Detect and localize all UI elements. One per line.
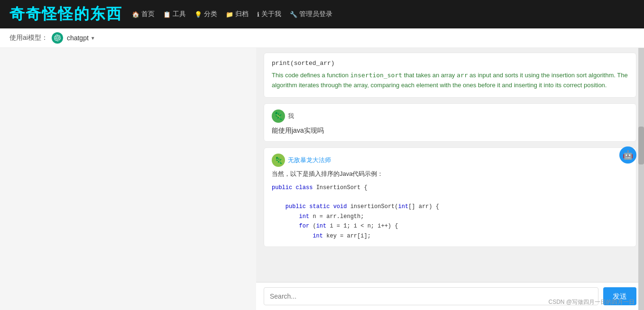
code-line-2 [272, 192, 628, 202]
nav-about-label: 关于我 [261, 10, 281, 18]
chatgpt-model-selector[interactable]: chatgpt ▼ [67, 34, 95, 42]
nav-archive[interactable]: 📁 归档 [226, 10, 248, 18]
nav-categories-label: 分类 [204, 10, 217, 18]
nav-admin-label: 管理员登录 [299, 10, 332, 18]
model-name: chatgpt [67, 34, 89, 42]
nav-categories[interactable]: 💡 分类 [194, 10, 217, 18]
main-nav: 🏠 首页 📋 工具 💡 分类 📁 归档 ℹ 关于我 🔧 管理员登录 [132, 10, 332, 18]
chat-panel: print(sorted_arr) This code defines a fu… [256, 48, 644, 310]
scrollbar-thumb[interactable] [638, 127, 644, 164]
nav-admin[interactable]: 🔧 管理员登录 [290, 10, 332, 18]
user-msg-header: 🦎 我 [272, 109, 628, 123]
main-layout: print(sorted_arr) This code defines a fu… [0, 48, 644, 310]
chat-bot-float-icon[interactable]: 🤖 [619, 146, 636, 164]
header: 奇奇怪怪的东西 🏠 首页 📋 工具 💡 分类 📁 归档 ℹ 关于我 🔧 管理员登… [0, 0, 644, 28]
ai-model-bar: 使用ai模型： chatgpt ▼ [0, 28, 644, 48]
user-message-content: 能使用java实现吗 [272, 126, 628, 136]
site-title: 奇奇怪怪的东西 [9, 4, 122, 25]
bot-avatar-icon: 🦎 [275, 156, 283, 164]
chevron-down-icon: ▼ [91, 36, 95, 41]
code-line-print: print(sorted_arr) [272, 60, 628, 67]
code-description-block: print(sorted_arr) This code defines a fu… [264, 53, 636, 98]
bot-msg-header: 🦎 无敌暴龙大法师 [272, 154, 628, 167]
user-avatar: 🦎 [272, 109, 285, 123]
scrollbar[interactable] [638, 48, 644, 310]
code-line-6: int key = arr[i]; [272, 231, 628, 241]
chat-messages: print(sorted_arr) This code defines a fu… [256, 48, 644, 282]
user-message-box: 🦎 我 能使用java实现吗 [264, 103, 636, 142]
description-text: This code defines a function insertion_s… [272, 71, 628, 91]
left-panel [0, 48, 256, 310]
code-line-5: for (int i = 1; i < n; i++) { [272, 221, 628, 231]
code-line-1: public class InsertionSort { [272, 183, 628, 192]
bot-author-label: 无敌暴龙大法师 [288, 156, 331, 164]
nav-tools[interactable]: 📋 工具 [163, 10, 186, 18]
nav-tools-label: 工具 [173, 10, 186, 18]
user-author-label: 我 [288, 112, 294, 120]
nav-about[interactable]: ℹ 关于我 [257, 10, 281, 18]
home-icon: 🏠 [132, 11, 139, 18]
footer-credit: CSDN @写做四月一日的四月一日 [548, 298, 635, 306]
bot-avatar: 🦎 [272, 154, 285, 167]
archive-icon: 📁 [226, 11, 233, 18]
java-code-block: public class InsertionSort { public stat… [272, 183, 628, 241]
about-icon: ℹ [257, 11, 259, 18]
bot-intro-text: 当然，以下是插入排序的Java代码示例： [272, 170, 628, 178]
ai-model-label: 使用ai模型： [9, 34, 48, 42]
user-avatar-icon: 🦎 [274, 111, 283, 120]
admin-icon: 🔧 [290, 11, 297, 18]
nav-home[interactable]: 🏠 首页 [132, 10, 155, 18]
code-line-3: public static void insertionSort(int[] a… [272, 202, 628, 211]
nav-home-label: 首页 [141, 10, 155, 18]
bot-message-box: 🦎 无敌暴龙大法师 当然，以下是插入排序的Java代码示例： public cl… [264, 147, 636, 247]
categories-icon: 💡 [194, 11, 202, 18]
code-line-4: int n = arr.length; [272, 212, 628, 221]
nav-archive-label: 归档 [235, 10, 248, 18]
chatgpt-logo-icon [52, 32, 63, 44]
bot-float-symbol: 🤖 [623, 150, 633, 160]
tools-icon: 📋 [163, 11, 171, 18]
